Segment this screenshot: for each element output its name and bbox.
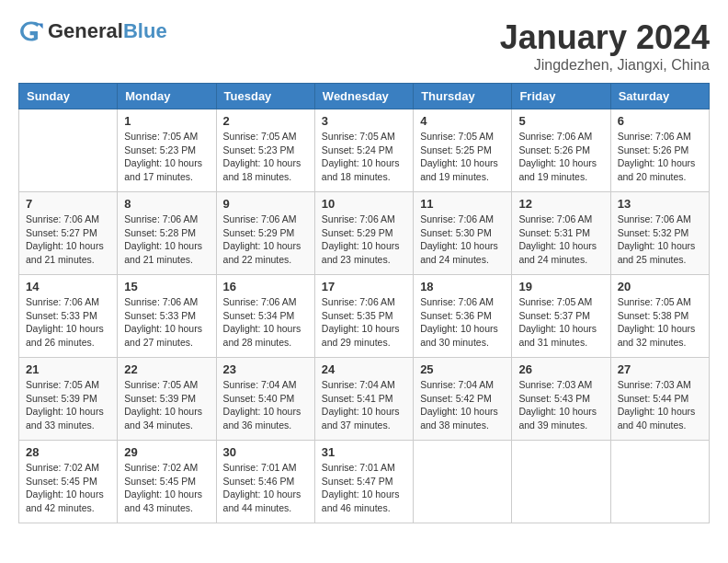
day-info: Sunrise: 7:06 AM Sunset: 5:27 PM Dayligh… bbox=[26, 213, 110, 267]
calendar-cell: 19Sunrise: 7:05 AM Sunset: 5:37 PM Dayli… bbox=[512, 275, 610, 358]
day-number: 10 bbox=[322, 197, 406, 211]
calendar-cell bbox=[512, 441, 610, 523]
day-number: 27 bbox=[618, 362, 702, 376]
day-info: Sunrise: 7:06 AM Sunset: 5:33 PM Dayligh… bbox=[124, 295, 209, 350]
day-info: Sunrise: 7:06 AM Sunset: 5:29 PM Dayligh… bbox=[322, 213, 406, 267]
day-number: 23 bbox=[223, 362, 308, 376]
day-info: Sunrise: 7:06 AM Sunset: 5:35 PM Dayligh… bbox=[322, 295, 406, 350]
calendar-cell: 9Sunrise: 7:06 AM Sunset: 5:29 PM Daylig… bbox=[216, 192, 314, 275]
calendar-cell: 3Sunrise: 7:05 AM Sunset: 5:24 PM Daylig… bbox=[314, 109, 413, 192]
day-info: Sunrise: 7:06 AM Sunset: 5:26 PM Dayligh… bbox=[618, 130, 702, 184]
calendar-cell: 10Sunrise: 7:06 AM Sunset: 5:29 PM Dayli… bbox=[314, 192, 413, 275]
day-info: Sunrise: 7:06 AM Sunset: 5:31 PM Dayligh… bbox=[518, 213, 603, 267]
day-number: 22 bbox=[124, 362, 209, 376]
day-number: 11 bbox=[420, 197, 505, 211]
day-number: 7 bbox=[26, 197, 110, 211]
day-number: 8 bbox=[124, 197, 209, 211]
day-info: Sunrise: 7:03 AM Sunset: 5:44 PM Dayligh… bbox=[618, 378, 702, 432]
day-number: 1 bbox=[124, 114, 209, 128]
day-number: 28 bbox=[26, 445, 110, 459]
day-info: Sunrise: 7:06 AM Sunset: 5:33 PM Dayligh… bbox=[26, 295, 110, 350]
weekday-header: Wednesday bbox=[314, 84, 413, 109]
calendar-cell: 26Sunrise: 7:03 AM Sunset: 5:43 PM Dayli… bbox=[512, 358, 610, 441]
weekday-header: Saturday bbox=[610, 84, 709, 109]
day-number: 19 bbox=[518, 280, 603, 293]
calendar-cell: 22Sunrise: 7:05 AM Sunset: 5:39 PM Dayli… bbox=[118, 358, 216, 441]
day-info: Sunrise: 7:02 AM Sunset: 5:45 PM Dayligh… bbox=[124, 461, 209, 515]
day-info: Sunrise: 7:05 AM Sunset: 5:24 PM Dayligh… bbox=[322, 130, 406, 184]
day-info: Sunrise: 7:05 AM Sunset: 5:39 PM Dayligh… bbox=[26, 378, 110, 432]
calendar-cell: 20Sunrise: 7:05 AM Sunset: 5:38 PM Dayli… bbox=[610, 275, 709, 358]
calendar-week-row: 7Sunrise: 7:06 AM Sunset: 5:27 PM Daylig… bbox=[19, 192, 710, 275]
weekday-header-row: SundayMondayTuesdayWednesdayThursdayFrid… bbox=[19, 84, 710, 109]
day-info: Sunrise: 7:05 AM Sunset: 5:23 PM Dayligh… bbox=[223, 130, 308, 184]
calendar-cell: 28Sunrise: 7:02 AM Sunset: 5:45 PM Dayli… bbox=[19, 441, 118, 523]
weekday-header: Thursday bbox=[414, 84, 512, 109]
calendar-cell: 4Sunrise: 7:05 AM Sunset: 5:25 PM Daylig… bbox=[414, 109, 512, 192]
day-info: Sunrise: 7:06 AM Sunset: 5:32 PM Dayligh… bbox=[618, 213, 702, 267]
calendar-cell: 13Sunrise: 7:06 AM Sunset: 5:32 PM Dayli… bbox=[610, 192, 709, 275]
calendar-week-row: 28Sunrise: 7:02 AM Sunset: 5:45 PM Dayli… bbox=[19, 441, 710, 523]
page-header: GeneralBlue January 2024 Jingdezhen, Jia… bbox=[18, 18, 710, 74]
day-info: Sunrise: 7:06 AM Sunset: 5:26 PM Dayligh… bbox=[518, 130, 603, 184]
calendar-week-row: 1Sunrise: 7:05 AM Sunset: 5:23 PM Daylig… bbox=[19, 109, 710, 192]
day-number: 5 bbox=[518, 114, 603, 128]
day-info: Sunrise: 7:03 AM Sunset: 5:43 PM Dayligh… bbox=[518, 378, 603, 432]
logo-blue: Blue bbox=[123, 19, 167, 42]
day-info: Sunrise: 7:06 AM Sunset: 5:34 PM Dayligh… bbox=[223, 295, 308, 350]
logo-general: General bbox=[48, 19, 123, 42]
day-info: Sunrise: 7:04 AM Sunset: 5:42 PM Dayligh… bbox=[420, 378, 505, 432]
day-number: 2 bbox=[223, 114, 308, 128]
day-info: Sunrise: 7:05 AM Sunset: 5:37 PM Dayligh… bbox=[518, 295, 603, 350]
calendar-cell bbox=[610, 441, 709, 523]
day-number: 13 bbox=[618, 197, 702, 211]
day-info: Sunrise: 7:05 AM Sunset: 5:25 PM Dayligh… bbox=[420, 130, 505, 184]
calendar-cell: 16Sunrise: 7:06 AM Sunset: 5:34 PM Dayli… bbox=[216, 275, 314, 358]
calendar-week-row: 14Sunrise: 7:06 AM Sunset: 5:33 PM Dayli… bbox=[19, 275, 710, 358]
calendar-cell bbox=[414, 441, 512, 523]
calendar-cell: 21Sunrise: 7:05 AM Sunset: 5:39 PM Dayli… bbox=[19, 358, 118, 441]
calendar-cell: 30Sunrise: 7:01 AM Sunset: 5:46 PM Dayli… bbox=[216, 441, 314, 523]
day-number: 21 bbox=[26, 362, 110, 376]
calendar-cell: 7Sunrise: 7:06 AM Sunset: 5:27 PM Daylig… bbox=[19, 192, 118, 275]
day-number: 30 bbox=[223, 445, 308, 459]
day-info: Sunrise: 7:06 AM Sunset: 5:28 PM Dayligh… bbox=[124, 213, 209, 267]
title-section: January 2024 Jingdezhen, Jiangxi, China bbox=[500, 18, 710, 74]
calendar-cell: 5Sunrise: 7:06 AM Sunset: 5:26 PM Daylig… bbox=[512, 109, 610, 192]
day-info: Sunrise: 7:04 AM Sunset: 5:41 PM Dayligh… bbox=[322, 378, 406, 432]
weekday-header: Tuesday bbox=[216, 84, 314, 109]
day-number: 20 bbox=[618, 280, 702, 293]
logo-wordmark: GeneralBlue bbox=[48, 19, 167, 43]
calendar-table: SundayMondayTuesdayWednesdayThursdayFrid… bbox=[18, 83, 710, 523]
day-number: 17 bbox=[322, 280, 406, 293]
day-number: 14 bbox=[26, 280, 110, 293]
weekday-header: Sunday bbox=[19, 84, 118, 109]
day-info: Sunrise: 7:05 AM Sunset: 5:23 PM Dayligh… bbox=[124, 130, 209, 184]
day-info: Sunrise: 7:05 AM Sunset: 5:38 PM Dayligh… bbox=[618, 295, 702, 350]
calendar-cell: 18Sunrise: 7:06 AM Sunset: 5:36 PM Dayli… bbox=[414, 275, 512, 358]
weekday-header: Friday bbox=[512, 84, 610, 109]
day-info: Sunrise: 7:04 AM Sunset: 5:40 PM Dayligh… bbox=[223, 378, 308, 432]
day-number: 4 bbox=[420, 114, 505, 128]
calendar-cell: 27Sunrise: 7:03 AM Sunset: 5:44 PM Dayli… bbox=[610, 358, 709, 441]
calendar-cell: 24Sunrise: 7:04 AM Sunset: 5:41 PM Dayli… bbox=[314, 358, 413, 441]
day-info: Sunrise: 7:06 AM Sunset: 5:29 PM Dayligh… bbox=[223, 213, 308, 267]
calendar-cell: 12Sunrise: 7:06 AM Sunset: 5:31 PM Dayli… bbox=[512, 192, 610, 275]
day-number: 26 bbox=[518, 362, 603, 376]
calendar-cell: 23Sunrise: 7:04 AM Sunset: 5:40 PM Dayli… bbox=[216, 358, 314, 441]
calendar-cell: 15Sunrise: 7:06 AM Sunset: 5:33 PM Dayli… bbox=[118, 275, 216, 358]
logo-icon bbox=[18, 18, 44, 44]
day-info: Sunrise: 7:01 AM Sunset: 5:47 PM Dayligh… bbox=[322, 461, 406, 515]
day-number: 6 bbox=[618, 114, 702, 128]
calendar-cell: 14Sunrise: 7:06 AM Sunset: 5:33 PM Dayli… bbox=[19, 275, 118, 358]
day-info: Sunrise: 7:06 AM Sunset: 5:36 PM Dayligh… bbox=[420, 295, 505, 350]
day-number: 29 bbox=[124, 445, 209, 459]
calendar-cell: 29Sunrise: 7:02 AM Sunset: 5:45 PM Dayli… bbox=[118, 441, 216, 523]
calendar-cell: 6Sunrise: 7:06 AM Sunset: 5:26 PM Daylig… bbox=[610, 109, 709, 192]
logo: GeneralBlue bbox=[18, 18, 167, 44]
day-number: 3 bbox=[322, 114, 406, 128]
day-number: 9 bbox=[223, 197, 308, 211]
day-number: 24 bbox=[322, 362, 406, 376]
calendar-cell: 1Sunrise: 7:05 AM Sunset: 5:23 PM Daylig… bbox=[118, 109, 216, 192]
location: Jingdezhen, Jiangxi, China bbox=[500, 57, 710, 74]
